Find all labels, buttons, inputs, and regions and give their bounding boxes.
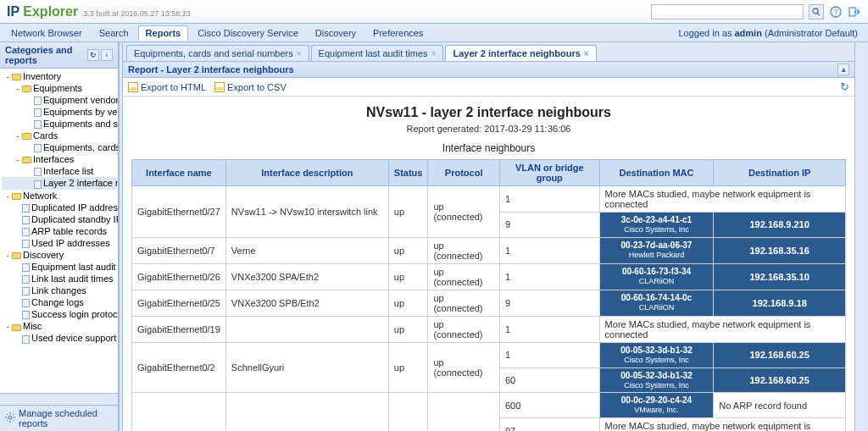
sidebar-title: Categories and reports bbox=[5, 45, 87, 65]
tree-leaf[interactable]: Equipments by vendor and type bbox=[2, 106, 116, 118]
sidebar-footer-label: Manage scheduled reports bbox=[19, 408, 113, 428]
tree-leaf[interactable]: Used device support bbox=[2, 332, 116, 344]
sidebar-hscroll[interactable] bbox=[0, 393, 118, 405]
cell-vlan: 9 bbox=[499, 213, 599, 238]
tree-label: Equipment last audit times bbox=[31, 262, 118, 272]
tree-folder[interactable]: -Inventory bbox=[2, 70, 116, 82]
tree-folder[interactable]: -Network bbox=[2, 190, 116, 202]
user-link[interactable]: admin bbox=[735, 28, 762, 38]
tree-leaf[interactable]: Change logs bbox=[2, 296, 116, 308]
search-icon[interactable] bbox=[809, 4, 824, 19]
tree-folder[interactable]: -Cards bbox=[2, 130, 116, 141]
cell-desc: VNXe3200 SPB/Eth2 bbox=[225, 290, 388, 316]
tree-label: Link last audit times bbox=[31, 274, 114, 284]
close-icon[interactable]: × bbox=[584, 49, 589, 58]
table-row: GigabitEthernet0/26VNXe3200 SPA/Eth2upup… bbox=[132, 263, 846, 290]
expander-icon[interactable]: - bbox=[3, 191, 12, 201]
column-header: VLAN or bridge group bbox=[499, 160, 599, 186]
expander-icon[interactable]: - bbox=[14, 83, 22, 93]
cell-mac: 00-05-32-3d-b1-32Cisco Systems, Inc bbox=[599, 342, 714, 367]
inner-tab-label: Equipment last audit times bbox=[319, 48, 428, 58]
cell-mac: 00-60-16-73-f3-34CLARiiON bbox=[599, 263, 714, 290]
cell-mac: 3c-0e-23-a4-41-c1Cisco Systems, Inc bbox=[599, 213, 714, 238]
top-tab[interactable]: Reports bbox=[138, 25, 189, 41]
main-layout: Categories and reports ↻ ‹ -Inventory-Eq… bbox=[0, 42, 868, 431]
expander-icon[interactable]: - bbox=[3, 321, 12, 331]
report-icon bbox=[22, 287, 30, 296]
top-tabs-left: Network BrowserSearchReportsCisco Discov… bbox=[3, 25, 431, 41]
app-logo: IP Explorer bbox=[7, 4, 78, 19]
svg-rect-4 bbox=[849, 8, 855, 16]
tree-leaf[interactable]: Equipment vendor list bbox=[2, 94, 116, 106]
tree-folder[interactable]: -Discovery bbox=[2, 249, 116, 261]
tree-leaf[interactable]: Equipment last audit times bbox=[2, 261, 116, 273]
table-row: GigabitEthernet0/19upup (connected)1More… bbox=[132, 316, 846, 342]
tree-leaf[interactable]: Used IP addresses bbox=[2, 237, 116, 249]
tree-leaf[interactable]: Link changes bbox=[2, 285, 116, 296]
top-tab[interactable]: Search bbox=[92, 25, 136, 41]
csv-doc-icon bbox=[214, 82, 225, 92]
manage-scheduled-button[interactable]: Manage scheduled reports bbox=[0, 405, 118, 431]
expander-icon[interactable]: - bbox=[3, 71, 12, 81]
refresh-tree-icon[interactable]: ↻ bbox=[87, 49, 99, 61]
svg-line-1 bbox=[818, 13, 821, 15]
cell-vlan: 1 bbox=[499, 342, 599, 367]
close-icon[interactable]: × bbox=[297, 49, 302, 58]
cell-proto: up (connected) bbox=[428, 290, 499, 316]
table-row: GigabitEthernet0/27NVsw11 -> NVsw10 inte… bbox=[132, 186, 846, 213]
top-tab[interactable]: Discovery bbox=[308, 25, 364, 41]
export-csv-button[interactable]: Export to CSV bbox=[214, 82, 287, 92]
close-icon[interactable]: × bbox=[431, 49, 437, 58]
global-search-input[interactable] bbox=[651, 4, 804, 19]
app-header: IP Explorer 3.3 built at 2016.05.27 13:5… bbox=[0, 0, 868, 24]
report-icon bbox=[22, 335, 30, 344]
cell-status: up bbox=[388, 393, 428, 431]
inner-tab[interactable]: Layer 2 interface neighbours× bbox=[445, 45, 596, 61]
cell-status: up bbox=[388, 316, 428, 342]
tree-leaf[interactable]: Equipments and serial numbers bbox=[2, 118, 116, 130]
help-icon[interactable]: ? bbox=[829, 5, 843, 19]
tree-leaf[interactable]: Link last audit times bbox=[2, 273, 116, 285]
inner-tab[interactable]: Equipment last audit times× bbox=[311, 45, 444, 61]
top-tab[interactable]: Network Browser bbox=[3, 25, 90, 41]
table-header-row: Interface nameInterface descriptionStatu… bbox=[132, 160, 846, 186]
tree-label: Cards bbox=[33, 130, 58, 141]
export-html-button[interactable]: Export to HTML bbox=[128, 82, 206, 92]
cell-status: up bbox=[388, 263, 428, 290]
inner-tab[interactable]: Equipments, cards and serial numbers× bbox=[126, 45, 309, 61]
expander-icon[interactable]: - bbox=[14, 154, 22, 164]
tree-leaf[interactable]: Layer 2 interface neighbours bbox=[2, 177, 116, 189]
export-csv-label: Export to CSV bbox=[227, 82, 287, 92]
tree-label: Equipments and serial numbers bbox=[43, 119, 118, 129]
report-icon bbox=[22, 311, 30, 319]
tree-leaf[interactable]: Interface list bbox=[2, 165, 116, 177]
tree-leaf[interactable]: Success login protocols bbox=[2, 308, 116, 320]
tree-leaf[interactable]: Duplicated IP addresses (non standby) bbox=[2, 202, 116, 213]
logged-in-label: Logged in as bbox=[678, 28, 734, 38]
tree-label: Interfaces bbox=[33, 154, 74, 164]
tree-folder[interactable]: -Equipments bbox=[2, 82, 116, 94]
expander-icon[interactable]: - bbox=[3, 250, 12, 260]
tree-label: Change logs bbox=[31, 297, 84, 307]
table-row: GigabitEthernet0/25VNXe3200 SPB/Eth2upup… bbox=[132, 290, 846, 316]
expander-icon[interactable]: - bbox=[14, 130, 22, 141]
logout-icon[interactable] bbox=[848, 5, 861, 19]
collapse-report-header-icon[interactable]: ▴ bbox=[837, 64, 849, 75]
cell-note: More MACs studied, maybe network equipme… bbox=[599, 186, 845, 213]
tree-folder[interactable]: -Interfaces bbox=[2, 153, 116, 165]
refresh-report-icon[interactable]: ↻ bbox=[840, 80, 849, 93]
report-body[interactable]: NVsw11 - layer 2 interface neighbours Re… bbox=[123, 97, 854, 431]
collapse-sidebar-icon[interactable]: ‹ bbox=[101, 49, 113, 61]
folder-icon bbox=[22, 157, 31, 163]
cell-proto: up (connected) bbox=[428, 393, 499, 431]
tree-leaf[interactable]: Equipments, cards and serial numbers bbox=[2, 141, 116, 153]
gear-icon bbox=[5, 412, 15, 424]
report-icon bbox=[22, 216, 30, 224]
top-tab[interactable]: Cisco Discovery Service bbox=[190, 25, 306, 41]
tree-folder[interactable]: -Misc bbox=[2, 320, 116, 332]
section-title: Interface neighbours bbox=[131, 142, 846, 154]
tree-leaf[interactable]: ARP table records bbox=[2, 225, 116, 237]
cell-iface: GigabitEthernet0/27 bbox=[132, 186, 226, 238]
tree-leaf[interactable]: Duplicated standby IP addresses bbox=[2, 213, 116, 225]
top-tab[interactable]: Preferences bbox=[365, 25, 431, 41]
